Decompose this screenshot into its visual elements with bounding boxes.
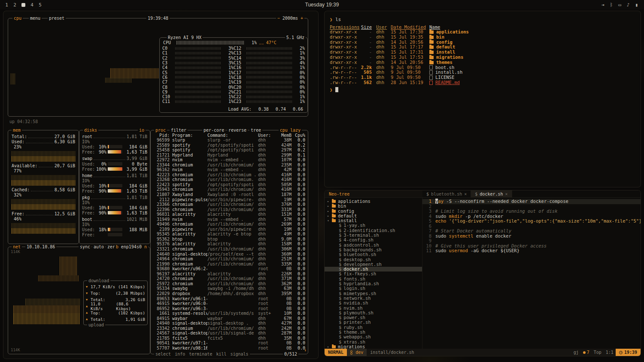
bluetooth-icon[interactable]: ᛒ bbox=[610, 2, 613, 8]
process-row[interactable]: 21785 fcitx5 fcitx5 dhh 35M 0.0 bbox=[153, 336, 305, 341]
process-row[interactable]: 93680 kworker/u96:2-gf root 0B 0.0 bbox=[153, 266, 305, 272]
cpu-box: cpu menu preset 19:39:48 − 2000ms + Ryze… bbox=[8, 18, 308, 117]
diagnostic-icon bbox=[583, 351, 586, 354]
proc-action-button[interactable]: select bbox=[155, 351, 171, 357]
reverse-button[interactable]: reverse bbox=[227, 127, 248, 133]
process-row[interactable]: 86952 kworker/u96:3-sd root 0B 0.0 bbox=[153, 306, 305, 311]
process-row[interactable]: 21721 Hyprland Hyprland dhh 299M 0.1 bbox=[153, 153, 305, 158]
proc-action-button[interactable]: info bbox=[175, 351, 185, 357]
process-row[interactable]: 2109 pipewire /usr/bin/pipewire dhh 19M … bbox=[153, 227, 305, 232]
tree-item[interactable]: $ webapps.sh bbox=[325, 335, 422, 339]
mem-section-row: Free:12,5 GiB bbox=[12, 211, 75, 217]
editor-line[interactable]: 8 sudo systemctl enable docker bbox=[422, 234, 641, 239]
process-row[interactable]: 96162 nvim nvim --embed . dhh 42M 0.0 bbox=[153, 167, 305, 172]
editor-pane[interactable]: 1 yay -S --noconfirm --needed docker doc… bbox=[422, 198, 641, 349]
process-row[interactable]: 95345 alacritty alacritty -e btop dhh 49… bbox=[153, 232, 305, 237]
file-type-icon bbox=[429, 65, 433, 69]
process-row[interactable]: 95334 swaybg swaybg -i /home/dh dhh 63M … bbox=[153, 286, 305, 291]
line-number: 5 bbox=[422, 219, 435, 224]
process-row[interactable]: 24640 signal-desktop /proc/self/exe --t … bbox=[153, 252, 305, 257]
battery-icon[interactable]: ▮ bbox=[635, 2, 638, 8]
tree-item[interactable]: $ nvidia.sh bbox=[325, 301, 422, 305]
sort-mode[interactable]: cpu lazy bbox=[279, 127, 302, 133]
process-row[interactable]: 24720 chromium /usr/lib/chromium/ dhh 37… bbox=[153, 276, 305, 281]
process-row[interactable]: 22029 dropbox /home/dhh/.dropbox dhh 395… bbox=[153, 291, 305, 296]
process-row[interactable]: 22423 spotify /opt/spotify/spoti dhh 505… bbox=[153, 182, 305, 187]
process-row[interactable]: 21990 chromium /usr/lib/chromium/ dhh 33… bbox=[153, 262, 305, 267]
editor-line[interactable]: 5 echo '{"log-driver":"json-file","log-o… bbox=[422, 219, 641, 224]
workspace-button[interactable]: 2 bbox=[13, 2, 16, 8]
tree-item[interactable]: ▸ migrations bbox=[325, 344, 422, 349]
tree-item[interactable]: $ bluetooth.sh bbox=[325, 252, 422, 257]
close-tab-icon[interactable]: × bbox=[505, 192, 508, 196]
process-row[interactable]: 96197 alacritty alacritty dhh 226M 0.0 bbox=[153, 272, 305, 277]
process-row[interactable]: 22396 chromium /usr/lib/chromium/ dhh 33… bbox=[153, 207, 305, 212]
refresh-interval-control[interactable]: − 2000ms + bbox=[276, 15, 304, 21]
process-row[interactable]: 96031 alacritty alacritty dhh 151M 0.0 bbox=[153, 212, 305, 217]
process-row[interactable]: 21807 Xwayland Xwayland :0 -rootl dhh 18… bbox=[153, 192, 305, 197]
tray-expand-icon[interactable]: ⇥ bbox=[601, 2, 605, 8]
proc-action-button[interactable]: signals bbox=[231, 351, 249, 357]
process-row[interactable]: 24567 signal-desktop /usr/lib/signal-de … bbox=[153, 331, 305, 336]
process-row[interactable]: 31949 nvim nvim --embed . dhh 57M 0.0 bbox=[153, 217, 305, 222]
workspace-button[interactable] bbox=[21, 3, 25, 7]
workspace-button[interactable]: 1 bbox=[5, 2, 8, 8]
buffer-tab[interactable]: $ docker.sh × bbox=[471, 190, 512, 197]
cpu-temp-graph: ⣀⣀ bbox=[259, 41, 264, 45]
display-icon[interactable]: ▭ bbox=[618, 2, 621, 8]
process-row[interactable]: 95362 btop btop dhh 9.0M 0.0 bbox=[153, 237, 305, 242]
process-row[interactable]: 42223 chromium /usr/lib/chromium . dhh 4… bbox=[153, 172, 305, 178]
process-row[interactable]: 57707 kworker/u98:16-b root 0B 0.0 bbox=[153, 346, 305, 351]
core-meter bbox=[175, 90, 222, 93]
process-row[interactable]: 25972 chromium /usr/lib/chromium/ dhh 36… bbox=[153, 281, 305, 287]
workspace-button[interactable]: 4 bbox=[30, 2, 33, 8]
process-row[interactable]: 24940 signal-desktop signal-desktop . dh… bbox=[153, 321, 305, 326]
tree-item[interactable]: $ 4-config.sh bbox=[325, 238, 422, 242]
process-row[interactable]: 95376 alacritty alacritty dhh 158M 0.0 bbox=[153, 241, 305, 247]
process-row[interactable]: 49496 chromium /usr/lib/chromium/ dhh 26… bbox=[153, 222, 305, 227]
process-row[interactable]: 25458 spotify /opt/spotify/spoti dhh 297… bbox=[153, 148, 305, 153]
process-row[interactable]: 24964 chromium /usr/lib/chromium/ dhh 25… bbox=[153, 256, 305, 262]
process-row[interactable]: 22972 nvim nvim --embed . dhh 107M 0.0 bbox=[153, 157, 305, 163]
tree-button[interactable]: tree bbox=[249, 127, 262, 133]
process-row[interactable]: 25589 spotify /opt/spotify/spoti dhh 424… bbox=[153, 143, 305, 148]
editor-line[interactable]: 1 yay -S --noconfirm --needed docker doc… bbox=[422, 199, 641, 204]
close-tab-icon[interactable]: × bbox=[464, 192, 467, 196]
menu-button[interactable]: menu bbox=[29, 15, 42, 21]
buffer-tab[interactable]: $ bluetooth.sh × bbox=[422, 190, 471, 197]
workspace-button[interactable]: 5 bbox=[39, 2, 42, 8]
net-auto-button[interactable]: auto bbox=[92, 244, 105, 250]
per-core-button[interactable]: per-core bbox=[202, 127, 225, 133]
tree-item[interactable]: $ login.sh bbox=[325, 286, 422, 291]
proc-action-button[interactable]: terminate bbox=[189, 351, 212, 357]
process-row[interactable]: 90541 kworker/u97:1-bt root 0B 0.0 bbox=[153, 341, 305, 346]
process-row[interactable]: 84915 waybar waybar dhh 67M 0.0 bbox=[153, 316, 305, 321]
process-row[interactable]: 89653 kworker/u96:1-sd root 0B 0.0 bbox=[153, 296, 305, 302]
mem-section-percent: 32% bbox=[12, 193, 75, 198]
clock: Tuesday 19:39 bbox=[305, 2, 339, 8]
process-row[interactable]: 23342 chromium /usr/lib/chromium/ dhh 24… bbox=[153, 326, 305, 331]
volume-icon[interactable]: ♪ bbox=[627, 2, 630, 8]
net-sync-button[interactable]: sync bbox=[79, 244, 91, 250]
ls-row: .rw-r--r-- 562 dhh 28 Jun 15:19 README.m… bbox=[330, 80, 635, 85]
process-row[interactable]: 23344 chromium /usr/lib/chromium/ dhh 23… bbox=[153, 163, 305, 168]
editor-line[interactable]: 11 sudo usermod -aG docker ${USER} bbox=[422, 248, 641, 253]
tree-item[interactable]: ▸ bin bbox=[325, 204, 422, 208]
process-row[interactable]: 23321 chromium /usr/lib/chromium/ dhh 30… bbox=[153, 247, 305, 252]
preset-button[interactable]: preset bbox=[48, 15, 66, 21]
process-row[interactable]: 2112 pipewire-pulse /usr/bin/pipewire- d… bbox=[153, 197, 305, 202]
io-mode-button[interactable]: io bbox=[138, 127, 146, 133]
filter-button[interactable]: filter bbox=[170, 127, 188, 133]
core-meter bbox=[175, 76, 222, 78]
process-row[interactable]: 1661 systemd-resolve /usr/lib/systemd/s … bbox=[153, 311, 305, 316]
scroll-down-indicator[interactable]: ↓ bbox=[304, 347, 307, 352]
process-row[interactable]: 96599 slurp slurp -or dhh 38M 0.0 bbox=[153, 138, 305, 143]
process-row[interactable]: 25943 chromium /usr/lib/chromium/ dhh 41… bbox=[153, 187, 305, 192]
shell-prompt-line[interactable]: ❯ bbox=[330, 87, 635, 93]
process-row[interactable]: 23366 chromium /usr/lib/chromium/ dhh 37… bbox=[153, 202, 305, 207]
net-interface-switcher[interactable]: b enp194s0 n bbox=[115, 244, 148, 250]
proc-action-button[interactable]: kill bbox=[216, 351, 226, 357]
process-row[interactable]: 46915 kworker/u96:0-dm root 0B 0.0 bbox=[153, 301, 305, 306]
process-row[interactable]: 23268 chromium /usr/lib/chromium. dhh 41… bbox=[153, 177, 305, 182]
mem-section-percent: 23% bbox=[12, 145, 75, 150]
